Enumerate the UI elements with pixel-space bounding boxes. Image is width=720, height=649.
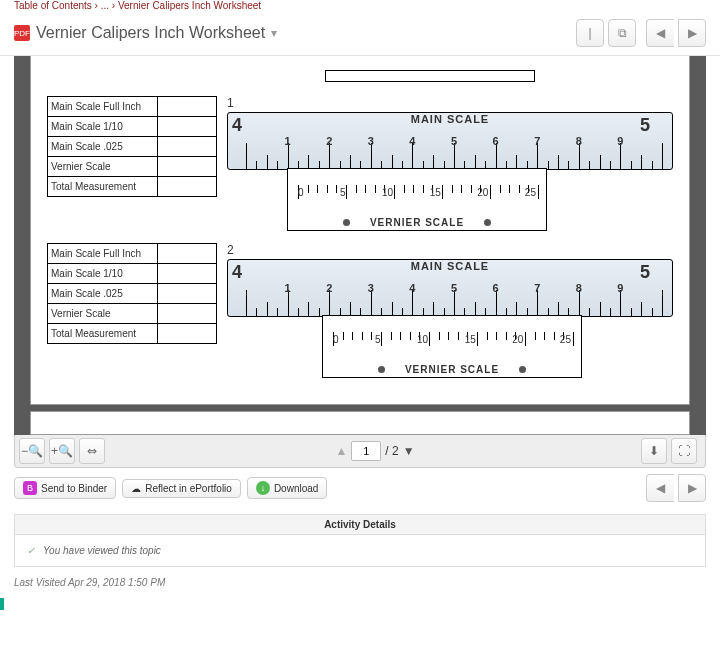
header-bar: PDF Vernier Calipers Inch Worksheet ▾ ❘ … bbox=[0, 15, 720, 56]
prev-topic-button[interactable]: ◀ bbox=[646, 19, 674, 47]
bookmark-button[interactable]: ❘ bbox=[576, 19, 604, 47]
measurement-table: Main Scale Full Inch Main Scale 1/10 Mai… bbox=[47, 243, 217, 344]
page-title: Vernier Calipers Inch Worksheet bbox=[36, 24, 265, 42]
send-to-binder-button[interactable]: B Send to Binder bbox=[14, 477, 116, 499]
measurement-table: Main Scale Full Inch Main Scale 1/10 Mai… bbox=[47, 96, 217, 197]
popout-button[interactable]: ⧉ bbox=[608, 19, 636, 47]
action-bar: B Send to Binder ☁ Reflect in ePortfolio… bbox=[0, 468, 720, 508]
download-button[interactable]: ↓ Download bbox=[247, 477, 327, 499]
pdf-page: Main Scale Full Inch Main Scale 1/10 Mai… bbox=[30, 56, 690, 405]
page-up-icon[interactable]: ▲ bbox=[335, 444, 347, 458]
last-visited-label: Last Visited Apr 29, 2018 1:50 PM bbox=[0, 567, 720, 588]
page-total-label: / 2 bbox=[385, 444, 398, 458]
next-topic-button[interactable]: ▶ bbox=[678, 19, 706, 47]
viewed-status: You have viewed this topic bbox=[43, 545, 161, 556]
problem-row: Main Scale Full Inch Main Scale 1/10 Mai… bbox=[47, 96, 673, 231]
main-scale-figure: MAIN SCALE 4 5 123456789 bbox=[227, 112, 673, 170]
activity-details-panel: Activity Details ✓ You have viewed this … bbox=[14, 514, 706, 567]
problem-number: 1 bbox=[227, 96, 671, 110]
breadcrumb[interactable]: Table of Contents › ... › Vernier Calipe… bbox=[0, 0, 720, 15]
check-icon: ✓ bbox=[27, 545, 35, 556]
panel-heading: Activity Details bbox=[15, 515, 705, 535]
download-icon: ↓ bbox=[256, 481, 270, 495]
reflect-eportfolio-button[interactable]: ☁ Reflect in ePortfolio bbox=[122, 479, 241, 498]
main-scale-figure: MAIN SCALE 4 5 123456789 bbox=[227, 259, 673, 317]
prev-button-bottom[interactable]: ◀ bbox=[646, 474, 674, 502]
page-down-icon[interactable]: ▼ bbox=[403, 444, 415, 458]
next-button-bottom[interactable]: ▶ bbox=[678, 474, 706, 502]
problem-row: Main Scale Full Inch Main Scale 1/10 Mai… bbox=[47, 243, 673, 378]
title-menu-caret[interactable]: ▾ bbox=[271, 26, 277, 40]
fullscreen-button[interactable]: ⛶ bbox=[671, 438, 697, 464]
cloud-icon: ☁ bbox=[131, 483, 141, 494]
footer-accent bbox=[0, 598, 4, 610]
pdf-page-next bbox=[30, 411, 690, 435]
zoom-out-button[interactable]: −🔍 bbox=[19, 438, 45, 464]
zoom-in-button[interactable]: +🔍 bbox=[49, 438, 75, 464]
page-input[interactable] bbox=[351, 441, 381, 461]
viewer-toolbar: −🔍 +🔍 ⇔ ▲ / 2 ▼ ⬇ ⛶ bbox=[14, 435, 706, 468]
pdf-icon: PDF bbox=[14, 25, 30, 41]
fit-width-button[interactable]: ⇔ bbox=[79, 438, 105, 464]
pdf-viewer: Main Scale Full Inch Main Scale 1/10 Mai… bbox=[14, 56, 706, 435]
vernier-scale-figure: 0510152025 VERNIER SCALE bbox=[287, 168, 547, 231]
problem-number: 2 bbox=[227, 243, 671, 257]
vernier-scale-figure: 0510152025 VERNIER SCALE bbox=[322, 315, 582, 378]
binder-icon: B bbox=[23, 481, 37, 495]
download-pdf-button[interactable]: ⬇ bbox=[641, 438, 667, 464]
partial-figure bbox=[325, 70, 535, 82]
